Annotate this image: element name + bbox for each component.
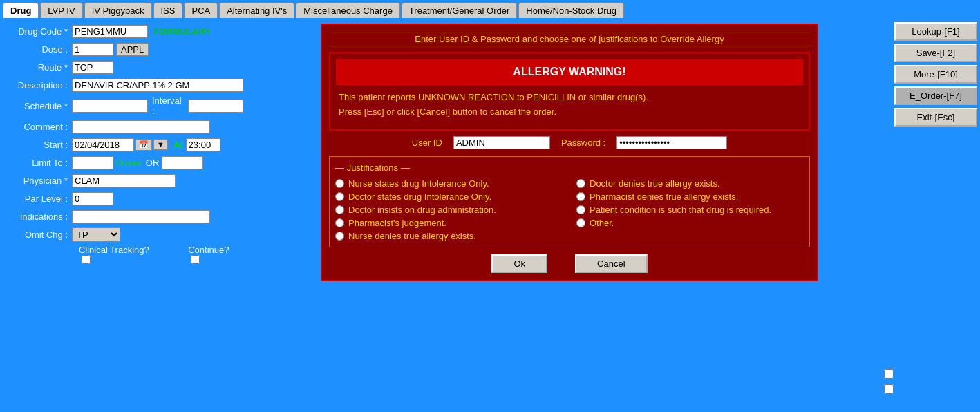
justification-pharmacist-denies[interactable]: Pharmacist denies true allergy exists. [576, 191, 804, 202]
user-id-label: User ID [412, 138, 442, 148]
justification-radio-3[interactable] [576, 192, 585, 201]
justification-nurse-intolerance[interactable]: Nurse states drug Intolerance Only. [335, 178, 563, 189]
more-button[interactable]: More-[F10] [894, 65, 977, 84]
modal-title: Enter User ID & Password and choose one … [329, 32, 810, 46]
tab-iss[interactable]: ISS [153, 3, 183, 18]
ok-button[interactable]: Ok [491, 254, 547, 273]
drug-code-input[interactable] [72, 25, 148, 38]
justifications-grid: Nurse states drug Intolerance Only. Doct… [335, 178, 804, 241]
justification-doctor-intolerance[interactable]: Doctor states drug Intolerance Only. [335, 191, 563, 202]
tab-alternating[interactable]: Alternating IV's [219, 3, 294, 18]
tab-drug[interactable]: Drug [3, 3, 39, 18]
justification-radio-4[interactable] [335, 205, 344, 214]
justification-radio-1[interactable] [576, 179, 585, 188]
start-input[interactable] [72, 138, 134, 151]
description-input[interactable] [72, 79, 243, 92]
justification-patient-condition[interactable]: Patient condition is such that drug is r… [576, 205, 804, 215]
time-input[interactable] [186, 138, 220, 151]
modal-buttons: Ok Cancel [329, 254, 810, 273]
indications-label: Indications : [6, 212, 68, 222]
route-row: Route * [6, 59, 243, 75]
justification-radio-2[interactable] [335, 192, 344, 201]
indications-input[interactable] [72, 210, 210, 223]
indications-row: Indications : [6, 209, 243, 224]
modal-overlay: Enter User ID & Password and choose one … [245, 18, 894, 408]
appl-button[interactable]: APPL [116, 43, 149, 56]
tab-bar: Drug LVP IV IV Piggyback ISS PCA Alterna… [0, 0, 980, 18]
eorder-button[interactable]: E_Order-[F7] [894, 86, 977, 105]
limit-input[interactable] [72, 156, 113, 169]
main-area: Drug Code * FORMULARY Dose : APPL Route … [0, 18, 980, 408]
tab-homenonstock[interactable]: Home/Non-Stock Drug [518, 3, 624, 18]
justification-doctor-denies[interactable]: Doctor denies true allergy exists. [576, 178, 804, 189]
omit-chg-label: Omit Chg : [6, 230, 68, 240]
dose-input[interactable] [72, 43, 113, 56]
calendar-button[interactable]: 📅 [135, 139, 152, 151]
justification-radio-0[interactable] [335, 179, 344, 188]
modal-dialog: Enter User ID & Password and choose one … [321, 24, 818, 281]
interval-label: Interval : [152, 95, 185, 116]
physician-row: Physician * [6, 173, 243, 188]
description-row: Description : [6, 77, 243, 93]
route-input[interactable] [72, 61, 113, 74]
start-row: Start : 📅 ▼ At [6, 137, 243, 152]
user-id-input[interactable] [453, 136, 550, 149]
press-esc-message: Press [Esc] or click [Cancel] button to … [336, 106, 803, 117]
password-input[interactable] [616, 136, 727, 149]
route-label: Route * [6, 62, 68, 73]
continue-checkbox[interactable] [191, 255, 200, 264]
right-buttons: Lookup-[F1] Save-[F2] More-[F10] E_Order… [892, 18, 980, 131]
clinical-tracking-checkbox[interactable] [82, 255, 91, 264]
tab-misc[interactable]: Miscellaneous Charge [296, 3, 400, 18]
save-button[interactable]: Save-[F2] [894, 44, 977, 62]
justification-doctor-insists[interactable]: Doctor insists on drug administration. [335, 205, 563, 215]
physician-label: Physician * [6, 176, 68, 186]
schedule-row: Schedule * Interval : [6, 95, 243, 116]
justification-radio-5[interactable] [576, 205, 585, 214]
justification-pharmacist-judgement[interactable]: Pharmacist's judgement. [335, 218, 563, 228]
form-panel: Drug Code * FORMULARY Dose : APPL Route … [0, 18, 249, 408]
omit-chg-select[interactable]: TP NO YES [72, 227, 120, 242]
lookup-button[interactable]: Lookup-[F1] [894, 22, 977, 41]
comment-input[interactable] [72, 120, 210, 133]
physician-input[interactable] [72, 174, 176, 187]
limit-label: Limit To : [6, 158, 68, 168]
cancel-button[interactable]: Cancel [575, 254, 647, 273]
dose-row: Dose : APPL [6, 41, 243, 57]
tab-treatment[interactable]: Treatment/General Order [402, 3, 517, 18]
schedule-input[interactable] [72, 100, 148, 113]
calendar-down-button[interactable]: ▼ [153, 139, 168, 150]
justifications-box: — Justifications — Nurse states drug Int… [329, 156, 810, 247]
justification-nurse-denies[interactable]: Nurse denies true allergy exists. [335, 231, 563, 241]
par-level-row: Par Level : [6, 191, 243, 206]
doses-text: Doses [116, 158, 142, 168]
justification-radio-8[interactable] [335, 232, 344, 241]
par-level-label: Par Level : [6, 194, 68, 204]
interval-input[interactable] [188, 100, 243, 113]
allergy-warning-banner: ALLERGY WARNING! [336, 59, 803, 85]
justification-radio-6[interactable] [335, 218, 344, 227]
justification-radio-7[interactable] [576, 218, 585, 227]
formulary-text: FORMULARY [153, 26, 211, 37]
at-label: At [173, 140, 183, 150]
justifications-title: — Justifications — [335, 162, 804, 173]
justification-other[interactable]: Other. [576, 218, 804, 228]
omit-chg-row: Omit Chg : TP NO YES [6, 227, 243, 242]
continue-label: Continue? [188, 245, 243, 266]
or-label: OR [146, 158, 160, 168]
description-label: Description : [6, 80, 68, 91]
par-level-input[interactable] [72, 192, 113, 205]
tab-lvpiv[interactable]: LVP IV [40, 3, 82, 18]
or-input[interactable] [162, 156, 203, 169]
comment-label: Comment : [6, 122, 68, 132]
limit-row: Limit To : Doses OR [6, 155, 243, 170]
clinical-tracking-label: Clinical Tracking? [79, 245, 163, 266]
exit-button[interactable]: Exit-[Esc] [894, 108, 977, 127]
comment-row: Comment : [6, 119, 243, 134]
tab-pca[interactable]: PCA [184, 3, 218, 18]
dose-label: Dose : [6, 44, 68, 55]
tab-ivpiggyback[interactable]: IV Piggyback [84, 3, 152, 18]
credentials-row: User ID Password : [329, 136, 810, 149]
password-label: Password : [561, 138, 605, 148]
checkbox-row: Clinical Tracking? Continue? [6, 245, 243, 266]
